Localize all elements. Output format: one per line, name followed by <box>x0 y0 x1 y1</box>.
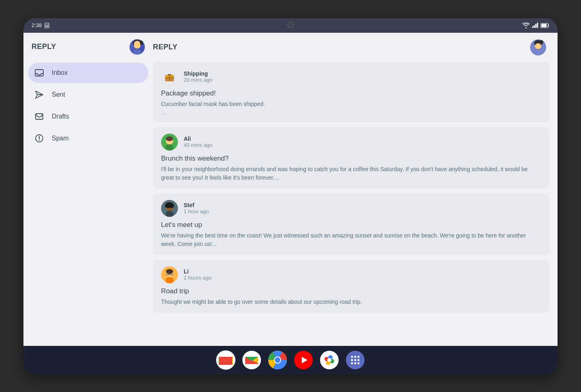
svg-point-41 <box>166 269 173 274</box>
status-left: 2:38 <box>32 22 50 28</box>
nav-item-inbox[interactable]: Inbox <box>28 63 148 83</box>
sidebar-header: REPLY <box>28 39 148 55</box>
taskbar-icon-gmail[interactable] <box>242 350 261 370</box>
avatar-stef <box>161 200 178 217</box>
spam-icon <box>35 134 44 143</box>
message-preview-ali: I'll be in your neighborhood doing erran… <box>161 165 541 182</box>
sender-name-stef: Stef <box>184 202 209 208</box>
message-header-li: Li 2 hours ago <box>161 266 541 283</box>
sender-name-shipping: Shipping <box>184 70 212 77</box>
svg-rect-2 <box>47 25 48 25</box>
nav-item-spam[interactable]: Spam <box>28 128 148 148</box>
main-user-avatar[interactable] <box>530 39 546 55</box>
message-subject-li: Road trip <box>161 287 541 295</box>
status-right <box>522 23 549 28</box>
main-header: REPLY <box>153 39 549 55</box>
sidebar-title: REPLY <box>32 42 56 51</box>
message-preview-stef: We're having the best time on the coast!… <box>161 231 541 248</box>
svg-point-66 <box>358 356 360 358</box>
app-area: REPLY <box>23 33 558 346</box>
main-content: REPLY <box>153 33 558 346</box>
svg-point-31 <box>166 136 173 141</box>
sender-time-shipping: 20 mins ago <box>184 77 212 83</box>
sender-info-shipping: Shipping 20 mins ago <box>184 70 212 83</box>
svg-rect-1 <box>46 25 47 25</box>
avatar-shipping <box>161 68 178 85</box>
nav-label-sent: Sent <box>52 91 65 98</box>
svg-point-8 <box>140 40 143 45</box>
message-preview-li: Thought we might be able to go over some… <box>161 298 541 306</box>
signal-icon <box>532 23 538 28</box>
message-header-shipping: Shipping 20 mins ago <box>161 68 541 85</box>
taskbar-icon-youtube[interactable] <box>294 350 313 370</box>
svg-point-20 <box>539 40 543 44</box>
svg-rect-3 <box>46 26 48 27</box>
svg-point-70 <box>351 362 353 364</box>
sender-info-stef: Stef 1 hour ago <box>184 202 209 214</box>
main-title: REPLY <box>153 43 178 51</box>
sender-name-ali: Ali <box>184 136 212 142</box>
taskbar <box>23 346 558 374</box>
drafts-icon <box>35 112 44 121</box>
sent-icon <box>35 90 44 99</box>
sidebar-user-avatar[interactable] <box>129 39 145 55</box>
svg-point-36 <box>165 204 168 208</box>
message-preview-shipping: Cucumber facial mask has been shipped. <box>161 100 541 108</box>
avatar-ali <box>161 133 178 150</box>
battery-icon <box>541 23 549 28</box>
svg-point-64 <box>351 356 353 358</box>
sender-time-li: 2 hours ago <box>184 275 212 281</box>
camera-inner <box>289 23 292 26</box>
nav-label-inbox: Inbox <box>52 69 68 76</box>
svg-point-71 <box>354 362 356 364</box>
message-subject-shipping: Package shipped! <box>161 89 541 97</box>
message-header-stef: Stef 1 hour ago <box>161 200 541 217</box>
sender-time-stef: 1 hour ago <box>184 208 209 214</box>
message-subject-stef: Let's meet up <box>161 221 541 229</box>
svg-point-65 <box>354 356 356 358</box>
message-subject-ali: Brunch this weekend? <box>161 155 541 163</box>
svg-rect-5 <box>541 24 547 27</box>
message-header-ali: Ali 40 mins ago <box>161 133 541 150</box>
avatar-li <box>161 266 178 283</box>
svg-point-37 <box>171 204 174 208</box>
svg-point-69 <box>358 359 360 361</box>
nav-item-drafts[interactable]: Drafts <box>28 106 148 127</box>
camera-notch <box>286 20 295 30</box>
sender-time-ali: 40 mins ago <box>184 142 212 148</box>
svg-point-17 <box>39 139 40 140</box>
sender-name-li: Li <box>184 268 212 275</box>
sender-info-li: Li 2 hours ago <box>184 268 212 281</box>
taskbar-icon-apps[interactable] <box>346 350 365 370</box>
svg-point-10 <box>133 49 141 55</box>
sidebar: REPLY <box>23 33 153 346</box>
wifi-icon <box>522 23 530 28</box>
message-card-li[interactable]: Li 2 hours ago Road trip Thought we migh… <box>153 260 549 313</box>
svg-rect-0 <box>45 23 49 28</box>
time-display: 2:38 <box>32 22 42 28</box>
nav-label-spam: Spam <box>52 135 69 142</box>
nav-label-drafts: Drafts <box>52 113 69 120</box>
svg-point-58 <box>275 357 280 363</box>
sim-icon <box>44 23 50 28</box>
camera-dot <box>287 21 294 28</box>
svg-point-21 <box>535 43 541 49</box>
device-frame: 2:38 <box>23 18 558 374</box>
message-card-ali[interactable]: Ali 40 mins ago Brunch this weekend? I'l… <box>153 127 549 189</box>
message-card-shipping[interactable]: Shipping 20 mins ago Package shipped! Cu… <box>153 62 549 122</box>
taskbar-gmail[interactable] <box>216 350 235 370</box>
svg-point-67 <box>351 359 353 361</box>
svg-point-68 <box>354 359 356 361</box>
svg-point-62 <box>327 358 331 362</box>
taskbar-icon-photos[interactable] <box>320 350 339 370</box>
sender-info-ali: Ali 40 mins ago <box>184 136 212 148</box>
nav-item-sent[interactable]: Sent <box>28 85 148 105</box>
svg-point-72 <box>358 362 360 364</box>
message-ellipsis-shipping: … <box>161 109 541 116</box>
taskbar-icon-chrome[interactable] <box>268 350 287 370</box>
inbox-icon <box>35 68 44 77</box>
message-card-stef[interactable]: Stef 1 hour ago Let's meet up We're havi… <box>153 193 549 255</box>
svg-point-9 <box>134 43 140 49</box>
